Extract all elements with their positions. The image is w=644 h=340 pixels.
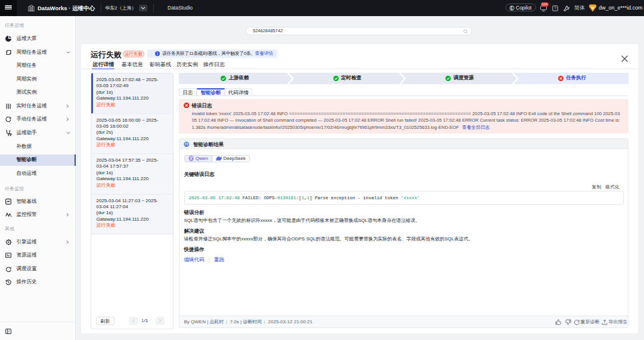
svg-text:?: ? <box>554 6 556 10</box>
